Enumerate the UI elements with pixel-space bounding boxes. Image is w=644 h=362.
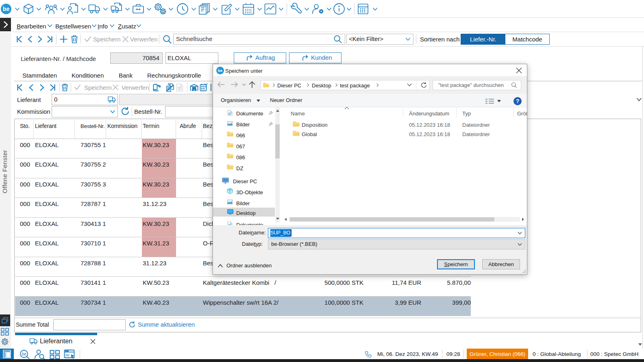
svg-text:be: be [218,68,222,73]
svg-text:be: be [65,353,70,357]
svg-text:be: be [22,352,26,356]
svg-text:be: be [3,6,10,12]
